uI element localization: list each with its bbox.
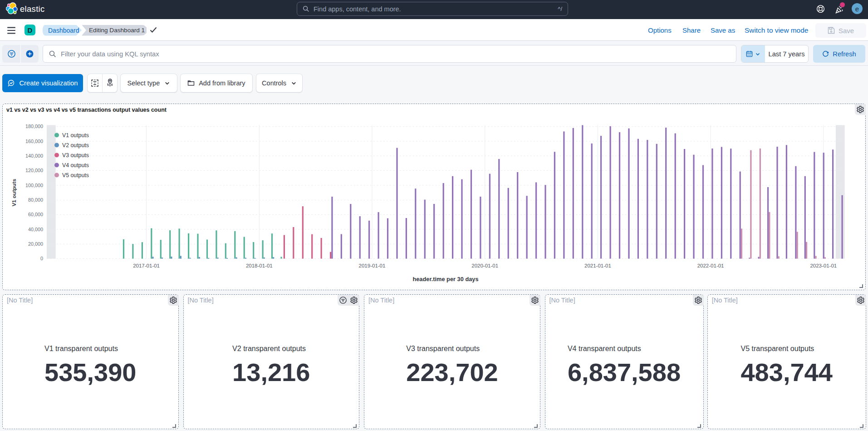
svg-text:160,000: 160,000: [25, 139, 43, 144]
svg-text:V2 outputs: V2 outputs: [62, 142, 89, 149]
svg-text:V5 outputs: V5 outputs: [62, 172, 89, 178]
svg-text:V4 outputs: V4 outputs: [62, 162, 89, 168]
svg-text:80,000: 80,000: [28, 197, 43, 203]
svg-text:180,000: 180,000: [25, 124, 43, 129]
svg-text:120,000: 120,000: [25, 168, 43, 173]
svg-text:100,000: 100,000: [25, 183, 43, 188]
svg-text:2022-01-01: 2022-01-01: [697, 263, 724, 268]
svg-text:60,000: 60,000: [28, 212, 43, 217]
svg-text:2017-01-01: 2017-01-01: [133, 263, 160, 268]
svg-text:V1 outputs: V1 outputs: [11, 178, 17, 206]
svg-text:40,000: 40,000: [28, 227, 43, 232]
svg-text:2023-01-01: 2023-01-01: [810, 263, 837, 268]
svg-text:0: 0: [40, 256, 43, 261]
svg-text:2019-01-01: 2019-01-01: [359, 263, 386, 268]
svg-text:20,000: 20,000: [28, 241, 43, 247]
svg-text:V3 outputs: V3 outputs: [62, 152, 89, 159]
svg-text:2018-01-01: 2018-01-01: [246, 263, 273, 268]
svg-text:V1 outputs: V1 outputs: [62, 132, 89, 139]
svg-text:header.time per 30 days: header.time per 30 days: [412, 276, 478, 282]
svg-text:2021-01-01: 2021-01-01: [584, 263, 611, 268]
svg-text:140,000: 140,000: [25, 153, 43, 159]
svg-text:2020-01-01: 2020-01-01: [471, 263, 498, 268]
